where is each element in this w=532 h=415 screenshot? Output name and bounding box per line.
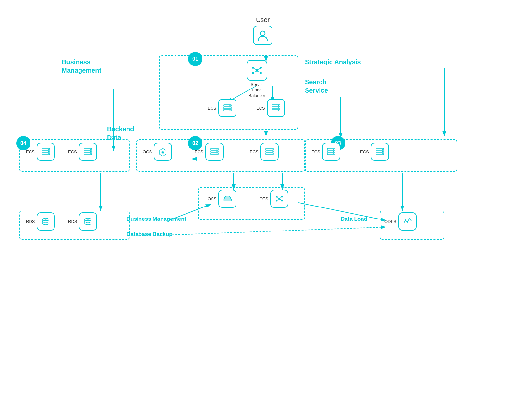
svg-point-41 — [278, 110, 279, 111]
backend-data-label: BackendData — [107, 125, 134, 142]
svg-point-33 — [229, 105, 230, 106]
database-backup-flow-label: Database Backup — [127, 231, 173, 238]
ecs-7-service: ECS — [311, 143, 340, 161]
rds-2-icon — [79, 212, 97, 231]
ecs-8-service: ECS — [360, 143, 389, 161]
slb-service: ServerLoadBalancer — [247, 60, 267, 99]
svg-point-72 — [333, 151, 334, 152]
svg-line-26 — [253, 68, 257, 70]
ecs-4-icon — [79, 143, 97, 161]
rds-2-service: RDS — [68, 212, 97, 231]
svg-point-55 — [162, 151, 164, 153]
ocs-service: OCS — [143, 143, 172, 161]
user-icon — [253, 26, 272, 45]
svg-point-97 — [409, 218, 410, 219]
ecs-4-service: ECS — [68, 143, 97, 161]
ecs-5-service: ECS — [195, 143, 224, 161]
ecs-1-icon — [218, 99, 236, 117]
svg-point-94 — [87, 219, 89, 221]
svg-point-79 — [382, 153, 383, 154]
data-load-label: Data Load — [341, 216, 367, 223]
user-node: User — [253, 16, 272, 45]
strategic-analysis-label: Strategic Analysis — [305, 58, 361, 66]
svg-line-27 — [257, 68, 261, 70]
svg-point-96 — [407, 221, 408, 223]
svg-point-66 — [272, 151, 272, 152]
ecs-2-icon — [267, 99, 285, 117]
svg-point-78 — [382, 151, 383, 152]
user-label: User — [256, 16, 270, 24]
step-01-bubble: 01 — [188, 52, 202, 66]
svg-point-95 — [405, 219, 406, 221]
business-management-flow-label: Business Management — [127, 216, 186, 223]
slb-icon — [247, 60, 267, 81]
ecs-2-service: ECS — [256, 99, 285, 117]
svg-point-39 — [278, 105, 279, 106]
odps-icon — [398, 212, 417, 231]
ocs-icon — [154, 143, 172, 161]
svg-point-61 — [216, 153, 217, 154]
svg-point-59 — [216, 149, 217, 150]
ecs-1-service: ECS — [208, 99, 236, 117]
ecs-3-service: ECS — [26, 143, 55, 161]
svg-point-77 — [382, 149, 383, 150]
ecs-3-icon — [37, 143, 55, 161]
ecs-6-icon — [260, 143, 279, 161]
group-01-box — [159, 55, 298, 130]
svg-point-34 — [229, 107, 230, 108]
slb-label: ServerLoadBalancer — [248, 82, 265, 99]
rds-1-service: RDS — [26, 212, 55, 231]
svg-point-47 — [48, 153, 49, 154]
search-service-label: SearchService — [305, 78, 328, 95]
svg-point-45 — [48, 149, 49, 150]
svg-point-46 — [48, 151, 49, 152]
svg-point-40 — [278, 107, 279, 108]
ecs-8-icon — [371, 143, 389, 161]
svg-line-28 — [253, 70, 257, 73]
diagram-container: User 01 ServerLoad — [0, 10, 532, 302]
svg-point-51 — [90, 149, 91, 150]
svg-line-29 — [257, 70, 261, 73]
svg-point-71 — [333, 149, 334, 150]
svg-point-52 — [90, 151, 91, 152]
svg-point-53 — [90, 153, 91, 154]
ecs-6-service: ECS — [250, 143, 279, 161]
oss-ots-group-box — [198, 187, 305, 220]
svg-point-35 — [229, 110, 230, 111]
business-management-label: BusinessManagement — [62, 58, 101, 75]
svg-point-73 — [333, 153, 334, 154]
svg-point-91 — [45, 219, 47, 221]
odps-service: ODPS — [384, 212, 417, 231]
rds-1-icon — [37, 212, 55, 231]
svg-point-20 — [260, 31, 265, 36]
ecs-5-icon — [205, 143, 224, 161]
svg-point-67 — [272, 153, 272, 154]
svg-point-60 — [216, 151, 217, 152]
ecs-7-icon — [322, 143, 340, 161]
svg-line-17 — [169, 227, 386, 235]
svg-point-65 — [272, 149, 272, 150]
